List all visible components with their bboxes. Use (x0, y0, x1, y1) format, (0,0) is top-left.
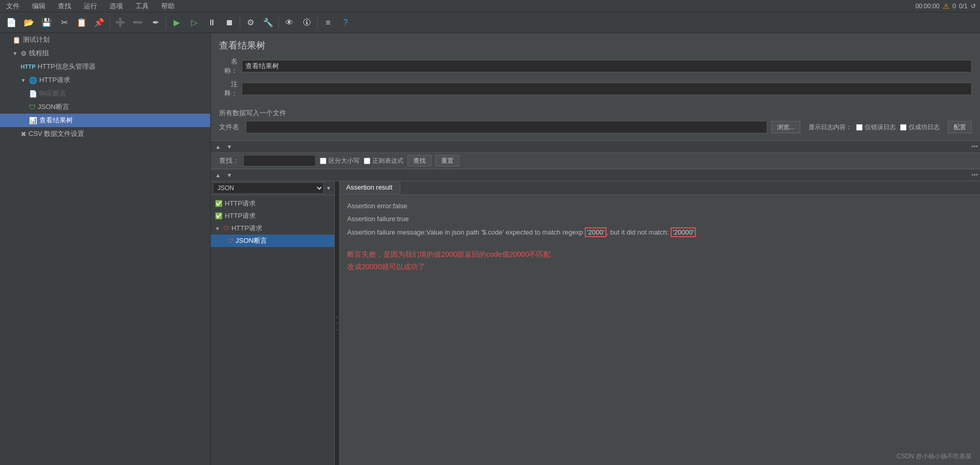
drag-dots: • • • (335, 313, 339, 334)
browse-button[interactable]: 浏览... (771, 121, 800, 133)
tree-item-http2[interactable]: ✅ HTTP请求 (211, 210, 334, 222)
annotation-line-1: 断言失败，是因为我们填的值2000跟返回的code值20000不匹配 (347, 249, 972, 261)
chevron-down-icon-2: ▼ (21, 78, 26, 83)
log-label: 显示日志内容： (808, 123, 852, 132)
split-handle[interactable]: • • • (335, 181, 339, 465)
sidebar-item-http-header[interactable]: HTTP HTTP信息头管理器 (0, 60, 210, 73)
sep5 (317, 17, 318, 29)
file-name-input[interactable] (246, 121, 767, 133)
info-btn[interactable]: 🛈 (299, 15, 315, 30)
middle-text: , but it did not match: (606, 228, 671, 236)
sidebar-item-response-assert[interactable]: 📄 响应断言 (0, 87, 210, 100)
strip-dots-1: ••• (971, 143, 978, 150)
timer-display: 00:00:00 (915, 3, 940, 10)
config-button[interactable]: 配置 (948, 121, 972, 133)
tree-item-http3[interactable]: ▼ 🛡 HTTP请求 (211, 222, 334, 235)
menu-find[interactable]: 查找 (56, 1, 73, 12)
menu-file[interactable]: 文件 (4, 1, 22, 12)
tree-toolbar: JSON ▾ (211, 181, 334, 195)
search-input[interactable] (243, 155, 316, 166)
run-btn[interactable]: ▶ (168, 15, 185, 30)
sidebar-item-json-assert[interactable]: 🛡 JSON断言 (0, 100, 210, 114)
result-pane: Assertion result Assertion error:false A… (339, 181, 980, 465)
tree-item-json-assert[interactable]: 🛡 JSON断言 (211, 235, 334, 247)
settings-btn[interactable]: ⚙ (242, 15, 259, 30)
error-log-label[interactable]: 仅错误日志 (856, 123, 896, 132)
reset-button[interactable]: 重置 (435, 155, 459, 166)
menu-help[interactable]: 帮助 (159, 1, 177, 12)
menu-bar: 文件 编辑 查找 运行 选项 工具 帮助 00:00:00 ⚠ 0 0/1 ↺ (0, 0, 980, 12)
sidebar-item-test-plan[interactable]: 📋 测试计划 (0, 33, 210, 47)
monitor-btn[interactable]: 👁 (281, 15, 298, 30)
success-log-label[interactable]: 仅成功日志 (900, 123, 940, 132)
menu-tools[interactable]: 工具 (133, 1, 151, 12)
result-line-3: Assertion failure message:Value in json … (347, 226, 972, 238)
regex-label[interactable]: 正则表达式 (364, 157, 403, 165)
new-btn[interactable]: 📄 (3, 15, 20, 30)
strip-up-btn-2[interactable]: ▲ (213, 171, 223, 180)
search-label: 查找： (219, 156, 239, 165)
sidebar-item-http-request[interactable]: ▼ 🌐 HTTP请求 (0, 73, 210, 87)
add-btn[interactable]: ➕ (112, 15, 129, 30)
csv-icon: ✖ (21, 130, 26, 138)
tree-label-http1: HTTP请求 (225, 199, 256, 208)
error-log-checkbox[interactable] (856, 124, 863, 131)
copy-btn[interactable]: 📋 (73, 15, 90, 30)
find-button[interactable]: 查找 (408, 155, 431, 166)
name-input[interactable] (242, 60, 972, 72)
assertion-failure-text: Assertion failure message:Value in json … (347, 228, 585, 236)
regex-checkbox[interactable] (364, 158, 370, 164)
strip-down-btn[interactable]: ▼ (224, 142, 235, 151)
success-log-checkbox[interactable] (900, 124, 907, 131)
tree-dropdown[interactable]: JSON (213, 182, 324, 194)
page-count: 0/1 (959, 3, 968, 10)
stop-btn[interactable]: ⏹ (221, 15, 238, 30)
tree-pane: JSON ▾ ✅ HTTP请求 ✅ HTTP请求 (211, 181, 335, 465)
tree-content: ✅ HTTP请求 ✅ HTTP请求 ▼ 🛡 HTTP请求 (211, 195, 334, 465)
sidebar-item-thread-group[interactable]: ▼ ⚙ 线程组 (0, 47, 210, 60)
response-assert-icon: 📄 (29, 90, 37, 98)
paste-btn[interactable]: 📌 (91, 15, 107, 30)
deploy-btn[interactable]: 🔧 (260, 15, 276, 30)
tree-item-http1[interactable]: ✅ HTTP请求 (211, 197, 334, 210)
strip-up-btn[interactable]: ▲ (213, 142, 223, 151)
warning-count: 0 (953, 3, 956, 10)
run-no-pause-btn[interactable]: ▷ (186, 15, 203, 30)
tree-label-http3: HTTP请求 (231, 224, 262, 233)
name-row: 名称： (219, 57, 972, 75)
close-btn[interactable]: ✂ (56, 15, 72, 30)
http-header-icon: HTTP (21, 64, 36, 70)
strip-down-btn-2[interactable]: ▼ (224, 171, 235, 180)
file-row: 文件名 浏览... 显示日志内容： 仅错误日志 仅成功日志 配置 (219, 121, 972, 133)
open-btn[interactable]: 📂 (21, 15, 37, 30)
clear-btn[interactable]: ✒ (147, 15, 164, 30)
annotation-block: 断言失败，是因为我们填的值2000跟返回的code值20000不匹配 改成200… (347, 249, 972, 273)
sidebar-item-csv[interactable]: ✖ CSV 数据文件设置 (0, 127, 210, 141)
remove-btn[interactable]: ➖ (130, 15, 146, 30)
help-icon-btn[interactable]: ? (337, 15, 354, 30)
warning-icon: ⚠ (943, 2, 950, 10)
result-tree-icon: 📊 (29, 117, 37, 125)
comment-row: 注释： (219, 80, 972, 98)
menu-edit[interactable]: 编辑 (30, 1, 48, 12)
assertion-result-tab[interactable]: Assertion result (339, 181, 400, 194)
annotation-line-2: 改成20000就可以成功了 (347, 261, 972, 273)
case-sensitive-label[interactable]: 区分大小写 (320, 157, 360, 165)
menu-options[interactable]: 选项 (107, 1, 125, 12)
strip-toolbar-2: ▲ ▼ ••• (211, 169, 980, 181)
comment-input[interactable] (242, 83, 972, 95)
result-content: Assertion error:false Assertion failure:… (339, 195, 980, 465)
sep3 (240, 17, 240, 29)
save-btn[interactable]: 💾 (38, 15, 55, 30)
result-line-1: Assertion error:false (347, 200, 972, 212)
pause-btn[interactable]: ⏸ (204, 15, 220, 30)
menu-run[interactable]: 运行 (82, 1, 99, 12)
toolbar-right: 00:00:00 ⚠ 0 0/1 ↺ (915, 2, 976, 10)
sidebar-item-result-tree[interactable]: 📊 查看结果树 (0, 114, 210, 127)
list-btn[interactable]: ≡ (320, 15, 336, 30)
error-icon-3: 🛡 (223, 225, 229, 232)
sep1 (110, 17, 110, 29)
case-sensitive-checkbox[interactable] (320, 158, 326, 164)
footer: CSDN @小杨小杨不吃香菜 (896, 452, 972, 461)
sidebar-label-csv: CSV 数据文件设置 (28, 129, 84, 138)
